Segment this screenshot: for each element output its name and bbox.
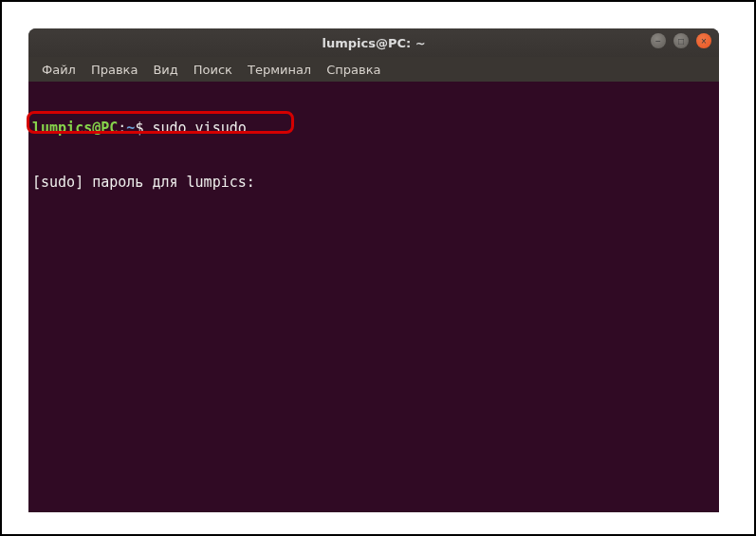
prompt-separator: : (118, 120, 126, 137)
menu-file[interactable]: Файл (36, 61, 82, 79)
terminal-viewport[interactable]: lumpics@PC:~$ sudo visudo [sudo] пароль … (28, 82, 719, 512)
window-title: lumpics@PC: ~ (322, 36, 425, 50)
menu-view[interactable]: Вид (147, 61, 183, 79)
prompt-user-host: lumpics@PC (32, 120, 118, 137)
minimize-button[interactable]: − (651, 33, 666, 48)
window-titlebar[interactable]: lumpics@PC: ~ − □ × (28, 28, 719, 57)
window-controls: − □ × (651, 33, 711, 48)
menu-help[interactable]: Справка (321, 61, 386, 79)
terminal-line-1: lumpics@PC:~$ sudo visudo (32, 120, 715, 138)
maximize-button[interactable]: □ (673, 33, 689, 48)
menu-search[interactable]: Поиск (188, 61, 238, 79)
terminal-window: lumpics@PC: ~ − □ × Файл Правка Вид Поис… (28, 28, 719, 512)
prompt-dollar: $ (135, 120, 152, 137)
sudo-password-prompt: [sudo] пароль для lumpics: (32, 174, 715, 192)
menu-bar: Файл Правка Вид Поиск Терминал Справка (28, 57, 719, 82)
menu-edit[interactable]: Правка (85, 61, 143, 79)
entered-command: sudo visudo (152, 120, 246, 137)
close-button[interactable]: × (696, 33, 711, 48)
menu-terminal[interactable]: Терминал (242, 61, 317, 79)
